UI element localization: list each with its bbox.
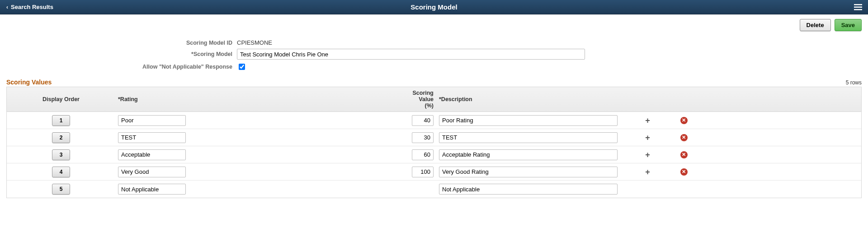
main-menu-button[interactable] [852, 0, 864, 14]
cell-display-order: 3 [7, 147, 115, 163]
cell-add: + [626, 130, 669, 145]
description-input[interactable] [439, 132, 618, 143]
cell-description [436, 147, 626, 163]
cell-add: + [626, 113, 669, 128]
description-input[interactable] [439, 184, 618, 195]
app-header: ‹ Search Results Scoring Model [0, 0, 868, 14]
cell-rating [115, 130, 409, 146]
hamburger-icon [854, 4, 862, 10]
label-scoring-model-id: Scoring Model ID [6, 40, 237, 46]
cell-description [436, 130, 626, 146]
cell-add: + [626, 147, 669, 162]
description-input[interactable] [439, 115, 618, 126]
cell-add: + [626, 164, 669, 180]
checkbox-allow-na[interactable] [239, 64, 245, 70]
input-scoring-model-name[interactable] [237, 49, 585, 60]
rating-input[interactable] [118, 184, 186, 195]
scoring-value-input[interactable] [412, 167, 434, 177]
back-to-search[interactable]: ‹ Search Results [0, 0, 60, 14]
rating-input[interactable] [118, 132, 186, 143]
add-row-button[interactable]: + [643, 150, 653, 160]
scoring-value-input[interactable] [412, 115, 434, 126]
cell-description [436, 164, 626, 180]
delete-icon: ✕ [680, 151, 688, 158]
display-order-button[interactable]: 5 [52, 184, 70, 195]
label-allow-na: Allow "Not Applicable" Response [6, 64, 237, 70]
plus-icon: + [645, 134, 650, 142]
delete-icon: ✕ [680, 134, 688, 141]
svg-rect-0 [854, 4, 862, 5]
cell-description [436, 181, 626, 197]
display-order-button[interactable]: 2 [52, 132, 70, 143]
delete-icon: ✕ [680, 168, 688, 176]
cell-delete: ✕ [669, 130, 698, 145]
svg-rect-2 [854, 9, 862, 10]
cell-delete: ✕ [669, 147, 698, 162]
cell-display-order: 1 [7, 112, 115, 129]
col-header-scoring-value: Scoring Value (%) [409, 87, 436, 111]
display-order-button[interactable]: 1 [52, 115, 70, 126]
rating-input[interactable] [118, 167, 186, 177]
cell-add [626, 186, 669, 192]
table-row: 5 [7, 181, 861, 198]
col-header-add [626, 87, 669, 111]
rating-input[interactable] [118, 149, 186, 160]
value-scoring-model-id: CPIESMONE [237, 39, 272, 46]
display-order-button[interactable]: 3 [52, 149, 70, 160]
scoring-value-input[interactable] [412, 132, 434, 143]
cell-display-order: 2 [7, 130, 115, 146]
scoring-values-section-header: Scoring Values 5 rows [0, 77, 868, 87]
add-row-button[interactable]: + [643, 133, 653, 143]
plus-icon: + [645, 168, 650, 176]
section-title: Scoring Values [6, 79, 52, 86]
delete-button[interactable]: Delete [800, 19, 831, 31]
cell-display-order: 4 [7, 164, 115, 180]
scoring-model-form: Scoring Model ID CPIESMONE *Scoring Mode… [0, 33, 868, 77]
row-scoring-model-name: *Scoring Model [6, 49, 862, 60]
cell-description [436, 112, 626, 129]
svg-rect-1 [854, 6, 862, 8]
col-header-description: *Description [436, 87, 626, 111]
scoring-values-grid: Display Order *Rating Scoring Value (%) … [6, 87, 862, 198]
chevron-left-icon: ‹ [6, 4, 8, 10]
description-input[interactable] [439, 149, 618, 160]
cell-scoring-value [409, 186, 436, 192]
plus-icon: + [645, 116, 650, 125]
delete-row-button[interactable]: ✕ [679, 167, 689, 177]
table-row: 2+✕ [7, 129, 861, 146]
row-count-label: 5 rows [846, 79, 862, 86]
delete-row-button[interactable]: ✕ [679, 116, 689, 125]
rating-input[interactable] [118, 115, 186, 126]
cell-display-order: 5 [7, 181, 115, 197]
row-allow-na: Allow "Not Applicable" Response [6, 62, 862, 71]
delete-row-button[interactable]: ✕ [679, 133, 689, 143]
col-header-display-order: Display Order [7, 87, 115, 111]
cell-delete: ✕ [669, 164, 698, 180]
cell-scoring-value [409, 130, 436, 146]
add-row-button[interactable]: + [643, 116, 653, 125]
cell-rating [115, 147, 409, 163]
cell-delete: ✕ [669, 113, 698, 128]
save-button[interactable]: Save [835, 19, 862, 31]
cell-scoring-value [409, 112, 436, 129]
row-scoring-model-id: Scoring Model ID CPIESMONE [6, 39, 862, 46]
label-scoring-model-name: *Scoring Model [6, 51, 237, 57]
scoring-value-input[interactable] [412, 149, 434, 160]
col-header-rating: *Rating [115, 87, 409, 111]
action-bar: Delete Save [0, 14, 868, 33]
page-title: Scoring Model [410, 3, 457, 11]
description-input[interactable] [439, 167, 618, 177]
display-order-button[interactable]: 4 [52, 167, 70, 177]
table-row: 4+✕ [7, 163, 861, 181]
cell-rating [115, 164, 409, 180]
table-row: 3+✕ [7, 146, 861, 163]
delete-icon: ✕ [680, 117, 688, 124]
add-row-button[interactable]: + [643, 167, 653, 177]
col-header-delete [669, 87, 698, 111]
cell-rating [115, 112, 409, 129]
cell-scoring-value [409, 164, 436, 180]
grid-header: Display Order *Rating Scoring Value (%) … [7, 87, 861, 112]
cell-delete [669, 186, 698, 192]
delete-row-button[interactable]: ✕ [679, 150, 689, 160]
back-label: Search Results [11, 4, 53, 10]
